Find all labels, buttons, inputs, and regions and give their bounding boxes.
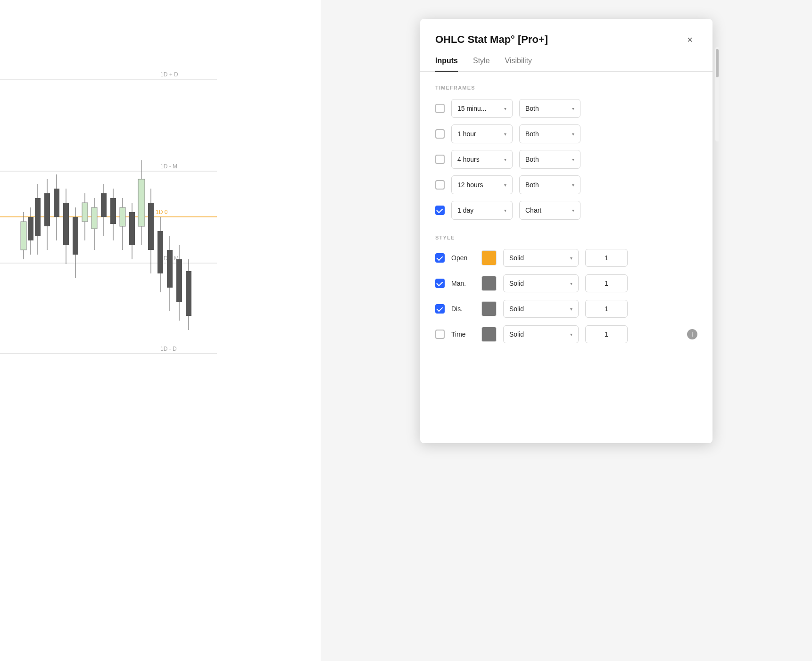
tab-style[interactable]: Style xyxy=(473,57,490,72)
tf-1day-display-chevron: ▾ xyxy=(572,208,574,213)
close-button[interactable]: × xyxy=(682,32,697,47)
style-time-linestyle-dropdown[interactable]: Solid ▾ xyxy=(503,325,579,343)
svg-rect-14 xyxy=(44,193,50,226)
tf-15min-dropdown[interactable]: 15 minu... ▾ xyxy=(451,99,513,118)
tf-12hours-value: 12 hours xyxy=(457,181,483,189)
tf-4hours-display-value: Both xyxy=(525,156,539,163)
style-time-checkbox[interactable] xyxy=(435,330,445,339)
svg-rect-0 xyxy=(0,0,321,661)
svg-text:1D + D: 1D + D xyxy=(160,71,178,78)
style-man-checkbox[interactable] xyxy=(435,279,445,288)
modal-title: OHLC Stat Map° [Pro+] xyxy=(435,33,548,46)
modal-scrollbar[interactable] xyxy=(715,47,719,141)
style-man-linestyle-dropdown[interactable]: Solid ▾ xyxy=(503,274,579,292)
style-open-linestyle-chevron: ▾ xyxy=(570,256,572,261)
svg-rect-48 xyxy=(186,271,191,316)
tf-4hours-value: 4 hours xyxy=(457,156,480,163)
svg-text:1D - M: 1D - M xyxy=(160,163,177,170)
tf-15min-checkbox[interactable] xyxy=(435,104,445,113)
svg-rect-25 xyxy=(91,207,97,229)
tf-1day-value: 1 day xyxy=(457,207,473,214)
svg-rect-22 xyxy=(82,203,88,222)
svg-rect-40 xyxy=(148,203,154,250)
tf-15min-display-chevron: ▾ xyxy=(572,106,574,111)
svg-text:1D  0: 1D 0 xyxy=(156,209,168,215)
svg-rect-12 xyxy=(35,198,41,236)
tf-12hours-checkbox[interactable] xyxy=(435,180,445,190)
tf-1day-dropdown[interactable]: 1 day ▾ xyxy=(451,201,513,220)
svg-rect-30 xyxy=(110,198,116,224)
style-row-open: Open Solid ▾ 1 xyxy=(435,249,697,267)
tf-1hour-value: 1 hour xyxy=(457,130,476,138)
tf-12hours-display-value: Both xyxy=(525,181,539,189)
svg-rect-37 xyxy=(138,179,145,226)
style-time-color[interactable] xyxy=(481,327,497,342)
style-dis-color[interactable] xyxy=(481,301,497,316)
style-time-linestyle-chevron: ▾ xyxy=(570,332,572,337)
tf-15min-value: 15 minu... xyxy=(457,105,486,112)
tf-row-1day: 1 day ▾ Chart ▾ xyxy=(435,201,697,220)
tf-row-12hours: 12 hours ▾ Both ▾ xyxy=(435,175,697,194)
style-man-linewidth-input[interactable]: 1 xyxy=(585,274,628,292)
svg-rect-44 xyxy=(167,250,173,288)
info-icon[interactable]: i xyxy=(687,329,697,339)
tf-15min-display-dropdown[interactable]: Both ▾ xyxy=(519,99,580,118)
style-dis-checkbox[interactable] xyxy=(435,304,445,314)
dialog-backdrop: OHLC Stat Map° [Pro+] × Inputs Style Vis… xyxy=(321,0,812,661)
tab-visibility[interactable]: Visibility xyxy=(505,57,532,72)
modal-dialog: OHLC Stat Map° [Pro+] × Inputs Style Vis… xyxy=(420,19,713,443)
tf-1hour-dropdown[interactable]: 1 hour ▾ xyxy=(451,124,513,143)
style-dis-linestyle-chevron: ▾ xyxy=(570,306,572,312)
tf-12hours-dropdown[interactable]: 12 hours ▾ xyxy=(451,175,513,194)
svg-rect-35 xyxy=(129,212,135,245)
style-row-time: Time Solid ▾ 1 i xyxy=(435,325,697,343)
tf-4hours-display-dropdown[interactable]: Both ▾ xyxy=(519,150,580,169)
chart-area: 1D + D 1D - M 1D 0 1D + M 1D - D xyxy=(0,0,321,661)
svg-rect-16 xyxy=(54,189,59,217)
tf-1day-checkbox[interactable] xyxy=(435,206,445,215)
style-row-dis: Dis. Solid ▾ 1 xyxy=(435,300,697,318)
tf-4hours-dropdown[interactable]: 4 hours ▾ xyxy=(451,150,513,169)
style-time-linewidth-input[interactable]: 1 xyxy=(585,325,628,343)
tf-1day-display-dropdown[interactable]: Chart ▾ xyxy=(519,201,580,220)
style-open-color[interactable] xyxy=(481,250,497,265)
svg-rect-18 xyxy=(63,203,69,245)
style-label: STYLE xyxy=(435,235,697,240)
tf-1day-display-value: Chart xyxy=(525,207,541,214)
timeframes-label: TIMEFRAMES xyxy=(435,85,697,91)
style-dis-linewidth-input[interactable]: 1 xyxy=(585,300,628,318)
style-dis-linestyle-dropdown[interactable]: Solid ▾ xyxy=(503,300,579,318)
style-section: STYLE Open Solid ▾ 1 xyxy=(435,235,697,343)
style-open-label: Open xyxy=(451,254,475,262)
tf-4hours-chevron: ▾ xyxy=(504,157,506,162)
tf-1hour-display-value: Both xyxy=(525,130,539,138)
svg-rect-20 xyxy=(73,217,78,255)
style-time-label: Time xyxy=(451,330,475,338)
style-open-checkbox[interactable] xyxy=(435,253,445,263)
style-man-color[interactable] xyxy=(481,276,497,291)
tf-4hours-display-chevron: ▾ xyxy=(572,157,574,162)
tf-row-4hours: 4 hours ▾ Both ▾ xyxy=(435,150,697,169)
style-man-linestyle-chevron: ▾ xyxy=(570,281,572,286)
svg-rect-50 xyxy=(21,222,26,250)
tab-inputs[interactable]: Inputs xyxy=(435,57,458,72)
tf-1hour-display-chevron: ▾ xyxy=(572,132,574,137)
style-open-linewidth-input[interactable]: 1 xyxy=(585,249,628,267)
style-open-linestyle-dropdown[interactable]: Solid ▾ xyxy=(503,249,579,267)
tf-row-15min: 15 minu... ▾ Both ▾ xyxy=(435,99,697,118)
tf-4hours-checkbox[interactable] xyxy=(435,155,445,164)
timeframes-section: TIMEFRAMES 15 minu... ▾ Both ▾ xyxy=(435,85,697,220)
style-man-label: Man. xyxy=(451,280,475,287)
tf-1hour-display-dropdown[interactable]: Both ▾ xyxy=(519,124,580,143)
tf-12hours-display-dropdown[interactable]: Both ▾ xyxy=(519,175,580,194)
tf-1hour-checkbox[interactable] xyxy=(435,129,445,139)
svg-text:1D - D: 1D - D xyxy=(160,346,177,352)
style-row-man: Man. Solid ▾ 1 xyxy=(435,274,697,292)
svg-rect-32 xyxy=(120,207,125,226)
style-man-linestyle-value: Solid xyxy=(509,280,524,287)
svg-rect-53 xyxy=(28,217,33,240)
style-dis-label: Dis. xyxy=(451,305,475,313)
scrollbar-thumb[interactable] xyxy=(716,49,719,77)
tf-row-1hour: 1 hour ▾ Both ▾ xyxy=(435,124,697,143)
tf-15min-display-value: Both xyxy=(525,105,539,112)
